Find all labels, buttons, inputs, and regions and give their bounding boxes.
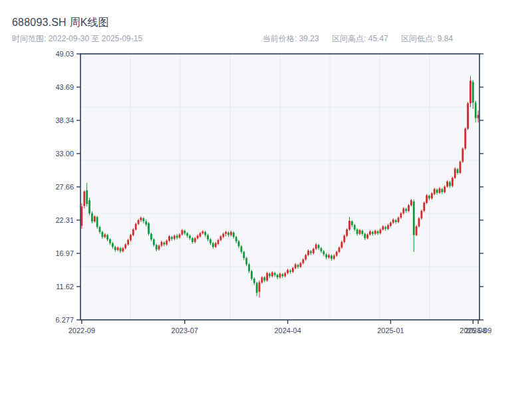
x-tick-label: 2023-07	[172, 327, 198, 334]
y-tick-label: 49.03	[55, 50, 74, 58]
candlestick-chart: 6.27711.6216.9722.3127.6633.0038.3443.69…	[0, 0, 532, 399]
y-tick-label: 33.00	[55, 150, 74, 158]
y-tick-label: 27.66	[55, 183, 74, 191]
y-tick-label: 11.62	[56, 283, 74, 291]
y-tick-label: 6.277	[55, 316, 74, 324]
y-tick-label: 16.97	[55, 249, 74, 257]
y-tick-label: 22.31	[55, 216, 74, 224]
y-tick-label: 38.34	[55, 116, 74, 124]
x-tick-label: 2025-01	[377, 327, 404, 334]
y-tick-label: 43.69	[55, 83, 74, 91]
app-window: 688093.SH 周K线图 时间范围: 2022-09-30 至 2025-0…	[0, 0, 532, 399]
x-tick-label: 2025-09	[465, 327, 491, 334]
x-tick-label: 2024-04	[274, 327, 301, 334]
x-tick-label: 2022-09	[68, 327, 95, 334]
